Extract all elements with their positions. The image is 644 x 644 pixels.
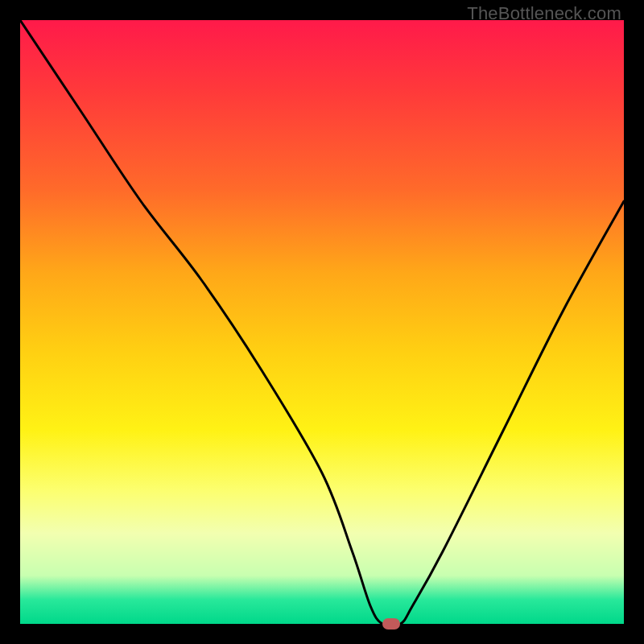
bottleneck-curve xyxy=(20,20,624,624)
chart-container: TheBottleneck.com xyxy=(0,0,644,644)
plot-area xyxy=(20,20,624,624)
optimal-marker xyxy=(382,618,400,630)
